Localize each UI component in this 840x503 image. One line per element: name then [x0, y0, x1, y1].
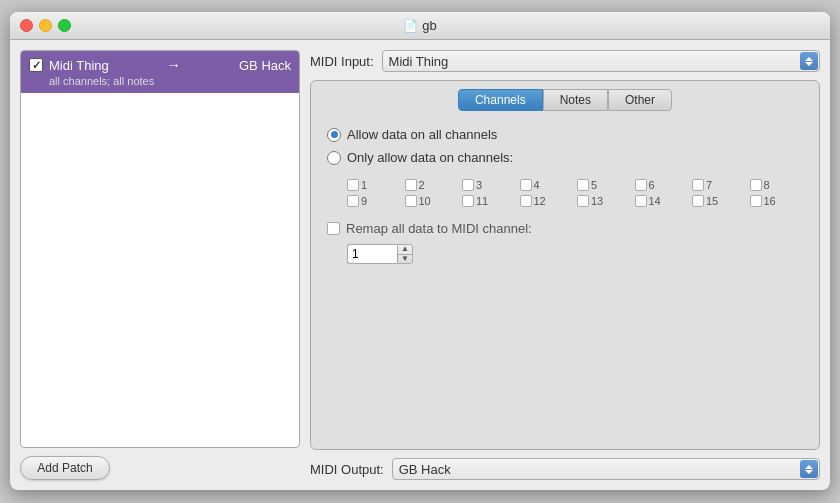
- channel-item-14: 14: [635, 195, 689, 207]
- title-text: gb: [422, 18, 436, 33]
- right-panel: MIDI Input: Midi Thing All Inputs None: [310, 50, 820, 480]
- channel-item-16: 16: [750, 195, 804, 207]
- title-icon: 📄: [403, 19, 418, 33]
- ch-label-2: 2: [419, 179, 425, 191]
- ch-label-9: 9: [361, 195, 367, 207]
- tab-notes-label: Notes: [560, 93, 591, 107]
- ch-checkbox-16[interactable]: [750, 195, 762, 207]
- ch-label-6: 6: [649, 179, 655, 191]
- radio-row-all: Allow data on all channels: [327, 127, 803, 142]
- ch-label-13: 13: [591, 195, 603, 207]
- tab-panel: Channels Notes Other Allow data on all: [310, 80, 820, 450]
- channel-item-1: 1: [347, 179, 401, 191]
- stepper-arrows[interactable]: ▲ ▼: [397, 244, 413, 264]
- ch-checkbox-9[interactable]: [347, 195, 359, 207]
- ch-checkbox-11[interactable]: [462, 195, 474, 207]
- ch-checkbox-1[interactable]: [347, 179, 359, 191]
- tab-content: Allow data on all channels Only allow da…: [311, 111, 819, 449]
- channel-grid: 1 2 3 4: [347, 179, 803, 207]
- traffic-lights: [20, 19, 71, 32]
- radio-only-channels[interactable]: [327, 151, 341, 165]
- ch-checkbox-10[interactable]: [405, 195, 417, 207]
- minimize-button[interactable]: [39, 19, 52, 32]
- channel-item-3: 3: [462, 179, 516, 191]
- main-content: ✓ Midi Thing → GB Hack all channels; all…: [10, 40, 830, 490]
- channel-item-9: 9: [347, 195, 401, 207]
- ch-label-12: 12: [534, 195, 546, 207]
- channel-item-15: 15: [692, 195, 746, 207]
- channel-item-2: 2: [405, 179, 459, 191]
- channel-item-5: 5: [577, 179, 631, 191]
- patch-list: ✓ Midi Thing → GB Hack all channels; all…: [20, 50, 300, 448]
- ch-checkbox-2[interactable]: [405, 179, 417, 191]
- ch-label-4: 4: [534, 179, 540, 191]
- stepper-down-icon[interactable]: ▼: [398, 255, 412, 264]
- midi-output-row: MIDI Output: GB Hack None All Outputs: [310, 458, 820, 480]
- maximize-button[interactable]: [58, 19, 71, 32]
- ch-checkbox-6[interactable]: [635, 179, 647, 191]
- ch-checkbox-14[interactable]: [635, 195, 647, 207]
- patch-name-right: GB Hack: [239, 58, 291, 73]
- midi-input-select[interactable]: Midi Thing All Inputs None: [382, 50, 820, 72]
- tab-bar: Channels Notes Other: [311, 81, 819, 111]
- checkbox-check: ✓: [32, 59, 41, 72]
- midi-output-select-wrapper: GB Hack None All Outputs: [392, 458, 820, 480]
- channel-item-7: 7: [692, 179, 746, 191]
- bottom-left: Add Patch: [20, 456, 300, 480]
- spacer: [327, 278, 803, 433]
- ch-label-7: 7: [706, 179, 712, 191]
- tab-notes[interactable]: Notes: [543, 89, 608, 111]
- ch-checkbox-8[interactable]: [750, 179, 762, 191]
- ch-checkbox-7[interactable]: [692, 179, 704, 191]
- midi-input-row: MIDI Input: Midi Thing All Inputs None: [310, 50, 820, 72]
- midi-input-label: MIDI Input:: [310, 54, 374, 69]
- patch-item-row: ✓ Midi Thing → GB Hack: [29, 57, 291, 73]
- ch-checkbox-4[interactable]: [520, 179, 532, 191]
- radio-all-label: Allow data on all channels: [347, 127, 497, 142]
- radio-group: Allow data on all channels Only allow da…: [327, 127, 803, 165]
- midi-input-select-wrapper: Midi Thing All Inputs None: [382, 50, 820, 72]
- radio-only-label: Only allow data on channels:: [347, 150, 513, 165]
- midi-output-select[interactable]: GB Hack None All Outputs: [392, 458, 820, 480]
- window-title: 📄 gb: [403, 18, 436, 33]
- main-window: 📄 gb ✓ Midi Thing → GB Hack all channels…: [10, 12, 830, 490]
- ch-checkbox-15[interactable]: [692, 195, 704, 207]
- ch-label-11: 11: [476, 195, 488, 207]
- ch-checkbox-5[interactable]: [577, 179, 589, 191]
- ch-label-8: 8: [764, 179, 770, 191]
- tab-channels[interactable]: Channels: [458, 89, 543, 111]
- midi-output-label: MIDI Output:: [310, 462, 384, 477]
- ch-label-15: 15: [706, 195, 718, 207]
- channel-item-4: 4: [520, 179, 574, 191]
- tab-channels-label: Channels: [475, 93, 526, 107]
- tab-other-label: Other: [625, 93, 655, 107]
- patch-name-left: Midi Thing: [49, 58, 109, 73]
- radio-row-only: Only allow data on channels:: [327, 150, 803, 165]
- patch-arrow: →: [109, 57, 239, 73]
- ch-label-3: 3: [476, 179, 482, 191]
- titlebar: 📄 gb: [10, 12, 830, 40]
- add-patch-button[interactable]: Add Patch: [20, 456, 110, 480]
- ch-label-14: 14: [649, 195, 661, 207]
- channel-item-11: 11: [462, 195, 516, 207]
- channel-item-13: 13: [577, 195, 631, 207]
- patch-item[interactable]: ✓ Midi Thing → GB Hack all channels; all…: [21, 51, 299, 93]
- remap-section: Remap all data to MIDI channel: ▲ ▼: [327, 221, 803, 264]
- ch-checkbox-13[interactable]: [577, 195, 589, 207]
- tab-other[interactable]: Other: [608, 89, 672, 111]
- close-button[interactable]: [20, 19, 33, 32]
- radio-all-channels[interactable]: [327, 128, 341, 142]
- remap-stepper: ▲ ▼: [347, 244, 803, 264]
- patch-checkbox[interactable]: ✓: [29, 58, 43, 72]
- ch-checkbox-12[interactable]: [520, 195, 532, 207]
- channel-item-12: 12: [520, 195, 574, 207]
- remap-checkbox[interactable]: [327, 222, 340, 235]
- channel-item-6: 6: [635, 179, 689, 191]
- ch-checkbox-3[interactable]: [462, 179, 474, 191]
- ch-label-5: 5: [591, 179, 597, 191]
- remap-stepper-input[interactable]: [347, 244, 397, 264]
- ch-label-10: 10: [419, 195, 431, 207]
- patch-list-panel: ✓ Midi Thing → GB Hack all channels; all…: [20, 50, 300, 480]
- remap-row: Remap all data to MIDI channel:: [327, 221, 803, 236]
- ch-label-1: 1: [361, 179, 367, 191]
